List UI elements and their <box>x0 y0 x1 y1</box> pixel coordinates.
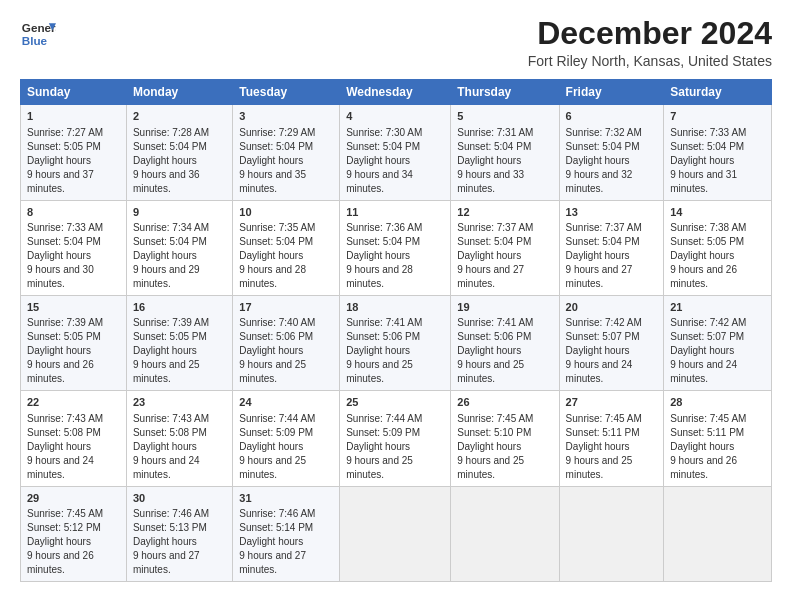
day-number: 23 <box>133 395 226 410</box>
daylight-label: Daylight hours <box>566 345 630 356</box>
calendar-table: Sunday Monday Tuesday Wednesday Thursday… <box>20 79 772 582</box>
daylight-label: Daylight hours <box>346 155 410 166</box>
col-sunday: Sunday <box>21 80 127 105</box>
sunset-label: Sunset: 5:04 PM <box>457 236 531 247</box>
calendar-cell: 14 Sunrise: 7:38 AM Sunset: 5:05 PM Dayl… <box>664 200 772 295</box>
calendar-cell: 25 Sunrise: 7:44 AM Sunset: 5:09 PM Dayl… <box>340 391 451 486</box>
sunset-label: Sunset: 5:07 PM <box>566 331 640 342</box>
calendar-cell: 19 Sunrise: 7:41 AM Sunset: 5:06 PM Dayl… <box>451 295 559 390</box>
daylight-value: 9 hours and 29 minutes. <box>133 264 200 289</box>
daylight-label: Daylight hours <box>239 536 303 547</box>
sunrise-label: Sunrise: 7:46 AM <box>133 508 209 519</box>
sunrise-label: Sunrise: 7:36 AM <box>346 222 422 233</box>
sunrise-label: Sunrise: 7:37 AM <box>457 222 533 233</box>
day-number: 14 <box>670 205 765 220</box>
subtitle: Fort Riley North, Kansas, United States <box>528 53 772 69</box>
daylight-label: Daylight hours <box>346 441 410 452</box>
daylight-label: Daylight hours <box>27 345 91 356</box>
daylight-label: Daylight hours <box>346 250 410 261</box>
sunset-label: Sunset: 5:09 PM <box>239 427 313 438</box>
daylight-value: 9 hours and 26 minutes. <box>27 550 94 575</box>
day-number: 13 <box>566 205 658 220</box>
calendar-cell: 6 Sunrise: 7:32 AM Sunset: 5:04 PM Dayli… <box>559 105 664 200</box>
daylight-value: 9 hours and 25 minutes. <box>133 359 200 384</box>
daylight-label: Daylight hours <box>457 250 521 261</box>
calendar-row-4: 22 Sunrise: 7:43 AM Sunset: 5:08 PM Dayl… <box>21 391 772 486</box>
sunrise-label: Sunrise: 7:28 AM <box>133 127 209 138</box>
day-number: 24 <box>239 395 333 410</box>
calendar-row-5: 29 Sunrise: 7:45 AM Sunset: 5:12 PM Dayl… <box>21 486 772 581</box>
day-number: 26 <box>457 395 552 410</box>
day-number: 3 <box>239 109 333 124</box>
daylight-value: 9 hours and 25 minutes. <box>457 359 524 384</box>
day-number: 1 <box>27 109 120 124</box>
daylight-label: Daylight hours <box>670 441 734 452</box>
sunrise-label: Sunrise: 7:30 AM <box>346 127 422 138</box>
daylight-label: Daylight hours <box>133 250 197 261</box>
daylight-value: 9 hours and 25 minutes. <box>346 455 413 480</box>
calendar-row-3: 15 Sunrise: 7:39 AM Sunset: 5:05 PM Dayl… <box>21 295 772 390</box>
sunset-label: Sunset: 5:04 PM <box>346 236 420 247</box>
day-number: 22 <box>27 395 120 410</box>
daylight-label: Daylight hours <box>133 441 197 452</box>
daylight-value: 9 hours and 26 minutes. <box>670 455 737 480</box>
daylight-label: Daylight hours <box>670 345 734 356</box>
daylight-label: Daylight hours <box>239 155 303 166</box>
daylight-value: 9 hours and 28 minutes. <box>346 264 413 289</box>
daylight-value: 9 hours and 33 minutes. <box>457 169 524 194</box>
sunrise-label: Sunrise: 7:29 AM <box>239 127 315 138</box>
calendar-cell: 8 Sunrise: 7:33 AM Sunset: 5:04 PM Dayli… <box>21 200 127 295</box>
daylight-value: 9 hours and 26 minutes. <box>670 264 737 289</box>
day-number: 4 <box>346 109 444 124</box>
sunset-label: Sunset: 5:11 PM <box>670 427 744 438</box>
sunset-label: Sunset: 5:06 PM <box>346 331 420 342</box>
svg-text:General: General <box>22 21 56 34</box>
daylight-value: 9 hours and 36 minutes. <box>133 169 200 194</box>
day-number: 7 <box>670 109 765 124</box>
sunrise-label: Sunrise: 7:33 AM <box>27 222 103 233</box>
day-number: 28 <box>670 395 765 410</box>
sunrise-label: Sunrise: 7:43 AM <box>27 413 103 424</box>
calendar-cell: 2 Sunrise: 7:28 AM Sunset: 5:04 PM Dayli… <box>126 105 232 200</box>
daylight-value: 9 hours and 27 minutes. <box>457 264 524 289</box>
sunset-label: Sunset: 5:04 PM <box>27 236 101 247</box>
day-number: 29 <box>27 491 120 506</box>
daylight-value: 9 hours and 27 minutes. <box>566 264 633 289</box>
sunrise-label: Sunrise: 7:42 AM <box>566 317 642 328</box>
sunrise-label: Sunrise: 7:37 AM <box>566 222 642 233</box>
sunrise-label: Sunrise: 7:27 AM <box>27 127 103 138</box>
sunrise-label: Sunrise: 7:32 AM <box>566 127 642 138</box>
day-number: 10 <box>239 205 333 220</box>
sunrise-label: Sunrise: 7:45 AM <box>27 508 103 519</box>
daylight-label: Daylight hours <box>27 155 91 166</box>
day-number: 15 <box>27 300 120 315</box>
sunset-label: Sunset: 5:06 PM <box>457 331 531 342</box>
sunrise-label: Sunrise: 7:33 AM <box>670 127 746 138</box>
calendar-cell: 27 Sunrise: 7:45 AM Sunset: 5:11 PM Dayl… <box>559 391 664 486</box>
daylight-value: 9 hours and 31 minutes. <box>670 169 737 194</box>
daylight-label: Daylight hours <box>670 250 734 261</box>
sunset-label: Sunset: 5:04 PM <box>670 141 744 152</box>
sunset-label: Sunset: 5:06 PM <box>239 331 313 342</box>
calendar-cell: 23 Sunrise: 7:43 AM Sunset: 5:08 PM Dayl… <box>126 391 232 486</box>
daylight-label: Daylight hours <box>457 155 521 166</box>
header-row: Sunday Monday Tuesday Wednesday Thursday… <box>21 80 772 105</box>
sunset-label: Sunset: 5:11 PM <box>566 427 640 438</box>
col-friday: Friday <box>559 80 664 105</box>
sunset-label: Sunset: 5:07 PM <box>670 331 744 342</box>
sunset-label: Sunset: 5:12 PM <box>27 522 101 533</box>
sunset-label: Sunset: 5:05 PM <box>133 331 207 342</box>
sunrise-label: Sunrise: 7:45 AM <box>566 413 642 424</box>
sunset-label: Sunset: 5:04 PM <box>133 141 207 152</box>
sunrise-label: Sunrise: 7:42 AM <box>670 317 746 328</box>
sunrise-label: Sunrise: 7:44 AM <box>239 413 315 424</box>
daylight-value: 9 hours and 37 minutes. <box>27 169 94 194</box>
daylight-value: 9 hours and 27 minutes. <box>239 550 306 575</box>
daylight-label: Daylight hours <box>566 250 630 261</box>
daylight-value: 9 hours and 28 minutes. <box>239 264 306 289</box>
day-number: 17 <box>239 300 333 315</box>
daylight-label: Daylight hours <box>457 345 521 356</box>
main-title: December 2024 <box>528 16 772 51</box>
calendar-row-2: 8 Sunrise: 7:33 AM Sunset: 5:04 PM Dayli… <box>21 200 772 295</box>
sunrise-label: Sunrise: 7:39 AM <box>133 317 209 328</box>
